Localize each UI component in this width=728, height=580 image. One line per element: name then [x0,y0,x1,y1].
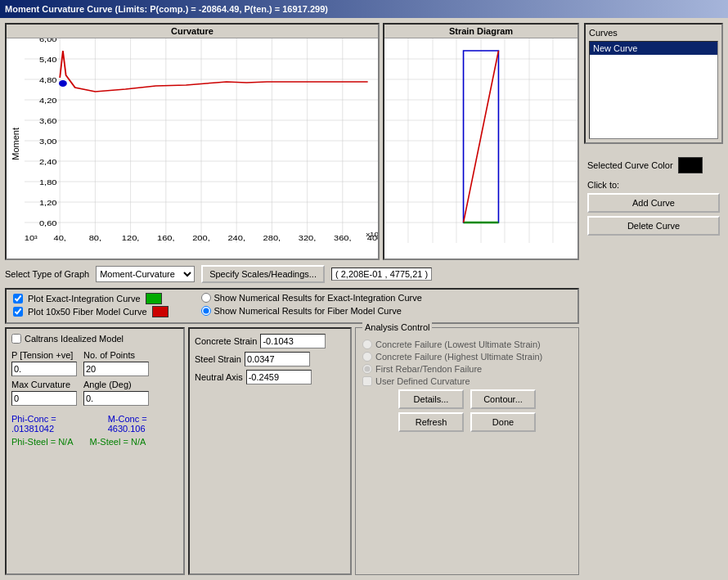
neutral-axis-input[interactable] [246,370,312,384]
svg-text:200,: 200, [192,234,210,242]
curves-title: Curves [589,28,718,38]
steel-strain-label: Steel Strain [195,354,241,364]
svg-text:4,80: 4,80 [39,76,57,84]
title-bar: Moment Curvature Curve (Limits: P(comp.)… [0,0,728,18]
analysis-option-0-label: Concrete Failure (Lowest Ultimate Strain… [375,339,541,349]
steel-strain-input[interactable] [245,352,310,366]
svg-text:160,: 160, [157,234,175,242]
done-button[interactable]: Done [470,412,536,432]
max-curvature-input[interactable] [11,391,77,406]
curves-list: New Curve [589,41,718,139]
svg-text:4,20: 4,20 [39,97,57,105]
window-title: Moment Curvature Curve (Limits: P(comp.)… [5,4,328,14]
svg-text:40,: 40, [53,234,65,242]
selected-color-label: Selected Curve Color [587,160,673,170]
svg-text:x10⁻²: x10⁻² [366,231,378,238]
graph-type-label: Select Type of Graph [5,269,89,279]
refresh-button[interactable]: Refresh [398,412,464,432]
svg-point-41 [59,80,67,87]
svg-text:3,00: 3,00 [39,137,57,146]
p-input[interactable] [11,362,77,376]
analysis-option-1 [362,352,372,362]
graph-type-select[interactable]: Moment-Curvature Moment-Rotation Force-D… [96,266,195,282]
analysis-option-1-label: Concrete Failure (Highest Ultimate Strai… [375,352,542,362]
svg-text:x10³: x10³ [25,234,38,242]
strain-chart-title: Strain Diagram [384,25,577,38]
svg-text:1,20: 1,20 [39,199,57,207]
m-conc-label: M-Conc = 4630.106 [108,414,178,434]
details-button[interactable]: Details... [398,389,464,409]
exact-integration-label: Plot Exact-Integration Curve [28,294,141,303]
caltrans-checkbox[interactable] [11,334,21,344]
svg-text:240,: 240, [227,234,245,242]
fiber-model-color [152,306,169,317]
click-to-label: Click to: [587,180,619,190]
delete-curve-button[interactable]: Delete Curve [587,216,720,236]
analysis-legend: Analysis Control [362,322,432,332]
max-curvature-label: Max Curvature [11,380,70,389]
svg-text:120,: 120, [122,234,140,242]
neutral-axis-label: Neutral Axis [195,372,243,382]
svg-text:360,: 360, [334,234,352,242]
analysis-option-2-label: First Rebar/Tendon Failure [375,364,482,374]
curvature-chart-title: Curvature [7,25,378,38]
caltrans-label: Caltrans Idealized Model [25,334,124,344]
numerical-fiber-radio[interactable] [201,306,211,316]
fiber-model-label: Plot 10x50 Fiber Model Curve [28,307,147,317]
no-of-points-label: No. of Points [83,350,135,360]
svg-text:5,40: 5,40 [39,56,57,64]
phi-conc-label: Phi-Conc = .01381042 [11,414,92,434]
numerical-fiber-label: Show Numerical Results for Fiber Model C… [214,306,402,316]
y-axis-label: Moment [11,128,20,160]
m-steel-label: M-Steel = N/A [90,437,146,447]
svg-text:2,40: 2,40 [39,158,57,166]
svg-text:280,: 280, [263,234,281,242]
analysis-option-0 [362,339,372,349]
analysis-option-3 [362,376,372,386]
concrete-strain-label: Concrete Strain [195,336,257,346]
selected-color-swatch[interactable] [678,157,703,173]
exact-integration-checkbox[interactable] [13,294,23,303]
p-label: P [Tension +ve] [11,350,73,360]
numerical-exact-label: Show Numerical Results for Exact-Integra… [214,293,422,303]
no-of-points-input[interactable] [83,362,149,376]
analysis-option-2 [362,364,372,374]
phi-steel-label: Phi-Steel = N/A [11,437,74,447]
svg-text:320,: 320, [299,234,317,242]
svg-text:6,00: 6,00 [39,38,57,43]
svg-text:3,60: 3,60 [39,117,57,125]
contour-button[interactable]: Contour... [470,389,536,409]
exact-integration-color [146,293,162,304]
fiber-model-checkbox[interactable] [13,307,23,317]
angle-label: Angle (Deg) [83,380,132,389]
svg-text:80,: 80, [89,234,101,242]
concrete-strain-input[interactable] [260,334,326,348]
curve-item-0[interactable]: New Curve [590,42,717,55]
specify-scales-button[interactable]: Specify Scales/Headings... [201,265,325,283]
angle-input[interactable] [83,391,149,406]
svg-text:0,60: 0,60 [39,219,57,227]
add-curve-button[interactable]: Add Curve [587,193,720,213]
numerical-exact-radio[interactable] [201,293,211,303]
svg-text:1,80: 1,80 [39,178,57,187]
coord-display: ( 2,208E-01 , 4775,21 ) [331,268,432,281]
analysis-option-3-label: User Defined Curvature [375,376,470,386]
